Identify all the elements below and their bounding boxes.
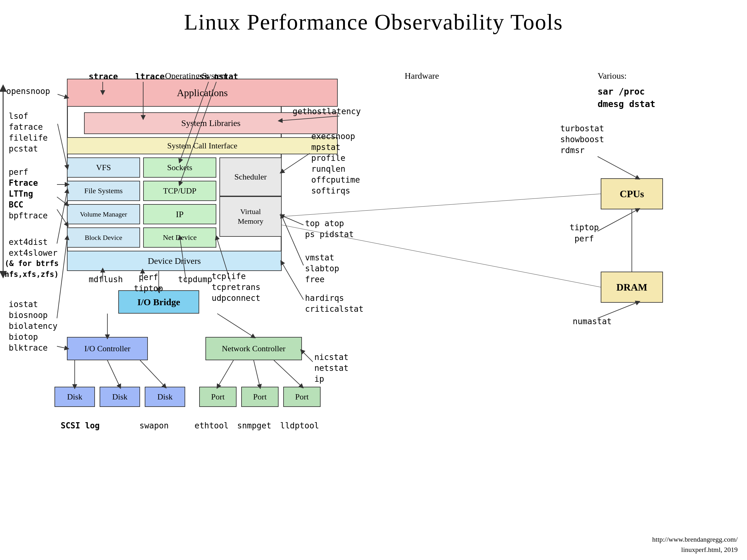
vfs-layer: VFS (67, 157, 140, 178)
scsi-log-label: SCSI log (61, 421, 100, 430)
ps-pidstat-label: ps pidstat (305, 230, 354, 239)
iostat-label: iostat (9, 300, 38, 309)
svg-line-33 (57, 346, 67, 348)
biosnoop-label: biosnoop (9, 311, 48, 320)
io-controller-box: I/O Controller (67, 337, 148, 360)
ip-layer: IP (143, 204, 216, 224)
ftrace-label: Ftrace (9, 178, 38, 188)
offcputime-label: offcputime (311, 175, 360, 185)
svg-line-3 (58, 94, 67, 97)
nfs-xfs-zfs-label: nfs,xfs,zfs) (5, 270, 58, 279)
footer-label: http://www.brendangregg.com/linuxperf.ht… (652, 534, 738, 555)
tcpdump-label: tcpdump (178, 275, 212, 284)
lldptool-label: lldptool (280, 421, 319, 430)
port-box-1: Port (199, 387, 236, 407)
perf-label: perf (9, 167, 28, 177)
svg-line-14 (282, 216, 304, 225)
criticalstat-label: criticalstat (305, 304, 364, 314)
virtual-memory-layer: VirtualMemory (220, 196, 282, 237)
svg-line-17 (598, 302, 638, 318)
svg-line-30 (218, 360, 233, 387)
mdflush-label: mdflush (89, 275, 123, 284)
pcstat-label: pcstat (9, 144, 38, 153)
port-box-3: Port (283, 387, 320, 407)
svg-line-36 (282, 194, 601, 216)
various-section-label: Various: (598, 71, 626, 81)
system-call-interface-layer: System Call Interface (67, 137, 338, 154)
sockets-layer: Sockets (143, 157, 216, 178)
opensnoop-label: opensnoop (6, 86, 50, 96)
ext4slower-label: ext4slower (9, 248, 58, 258)
block-device-layer: Block Device (67, 228, 140, 248)
svg-line-28 (107, 360, 120, 387)
svg-line-15 (282, 216, 304, 265)
svg-line-29 (140, 360, 165, 387)
netstat-label: netstat (314, 364, 349, 373)
swapon-label: swapon (139, 421, 169, 430)
svg-line-9 (57, 197, 67, 205)
svg-line-11 (57, 191, 67, 244)
tiptop-perf-label: tiptopperf (570, 222, 599, 244)
ip-tool-label: ip (314, 374, 324, 383)
disk-box-1: Disk (54, 387, 95, 407)
svg-line-7 (58, 124, 67, 167)
mpstat-label: mpstat (311, 142, 340, 152)
hardirqs-label: hardirqs (305, 293, 344, 303)
scheduler-layer: Scheduler (220, 157, 282, 196)
filelife-label: filelife (9, 133, 48, 142)
lttng-label: LTTng (9, 189, 33, 198)
tcp-udp-layer: TCP/UDP (143, 181, 216, 201)
bpftrace-label: bpftrace (9, 211, 48, 220)
vmstat-label: vmstat (305, 253, 334, 262)
hw-section-label: Hardware (405, 71, 439, 81)
network-controller-box: Network Controller (205, 337, 302, 360)
tcplife-label: tcplife (212, 272, 246, 281)
device-drivers-layer: Device Drivers (67, 251, 282, 271)
svg-line-16 (598, 209, 638, 231)
top-atop-label: top atop (305, 219, 344, 228)
snmpget-label: snmpget (237, 421, 272, 430)
net-device-layer: Net Device (143, 228, 216, 248)
ss-nstat-label: ss nstat (199, 72, 238, 81)
slabtop-label: slabtop (305, 264, 339, 273)
blktrace-label: blktrace (9, 343, 48, 352)
lsof-label: lsof (9, 111, 28, 121)
disk-box-3: Disk (145, 387, 185, 407)
file-systems-layer: File Systems (67, 181, 140, 201)
svg-line-32 (274, 360, 302, 387)
bcc-label: BCC (9, 200, 23, 209)
btrfs-note-label: (& for btrfs (5, 259, 58, 268)
execsnoop-label: execsnoop (311, 132, 355, 141)
svg-line-26 (217, 314, 254, 337)
tcpretrans-label: tcpretrans (212, 283, 260, 292)
dmesg-dstat-label: dmesg dstat (598, 99, 655, 109)
ltrace-label: ltrace (135, 72, 165, 81)
svg-line-12 (282, 153, 310, 172)
page-title: Linux Performance Observability Tools (0, 0, 747, 35)
biotop-label: biotop (9, 332, 38, 342)
ext4dist-label: ext4dist (9, 237, 48, 247)
perf-tiptop-label: perftiptop (134, 272, 163, 294)
port-box-2: Port (241, 387, 279, 407)
showboost-label: showboost (560, 135, 604, 144)
udpconnect-label: udpconnect (212, 293, 260, 303)
svg-line-34 (302, 351, 313, 362)
nicstat-label: nicstat (314, 352, 349, 362)
biolatency-label: biolatency (9, 321, 58, 331)
free-label: free (305, 275, 325, 284)
svg-line-31 (254, 360, 260, 387)
applications-layer: Applications (67, 79, 338, 107)
fatrace-label: fatrace (9, 122, 43, 132)
dram-box: DRAM (601, 272, 663, 303)
strace-label: strace (89, 72, 118, 81)
sar-proc-label: sar /proc (598, 86, 645, 97)
gethostlatency-label: gethostlatency (292, 107, 361, 116)
volume-manager-layer: Volume Manager (67, 204, 140, 224)
disk-box-2: Disk (100, 387, 140, 407)
numastat-label: numastat (573, 317, 612, 326)
svg-line-22 (282, 262, 304, 300)
turbostat-label: turbostat (560, 124, 604, 133)
softirqs-label: softirqs (311, 186, 350, 195)
svg-line-13 (598, 157, 638, 178)
cpus-box: CPUs (601, 178, 663, 209)
